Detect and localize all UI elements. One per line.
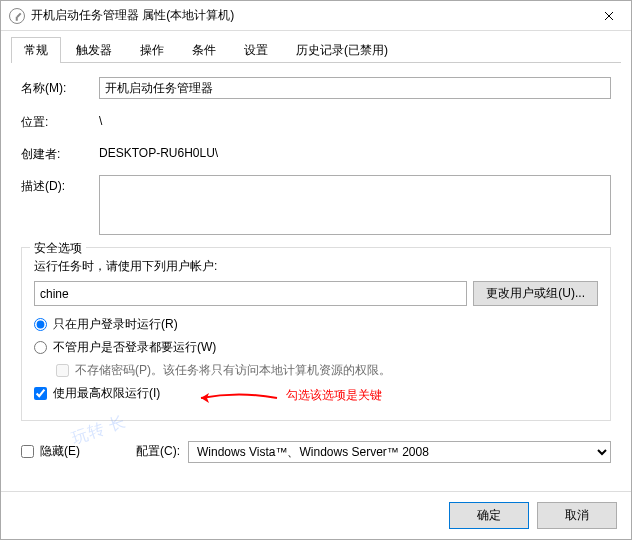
tab-history[interactable]: 历史记录(已禁用)	[283, 37, 401, 63]
location-value: \	[99, 111, 102, 128]
tab-conditions[interactable]: 条件	[179, 37, 229, 63]
creator-label: 创建者:	[21, 143, 99, 163]
titlebar: 开机启动任务管理器 属性(本地计算机)	[1, 1, 631, 31]
location-label: 位置:	[21, 111, 99, 131]
tab-bar: 常规 触发器 操作 条件 设置 历史记录(已禁用)	[1, 31, 631, 63]
tab-triggers[interactable]: 触发器	[63, 37, 125, 63]
tab-general[interactable]: 常规	[11, 37, 61, 63]
radio-any[interactable]	[34, 341, 47, 354]
arrow-icon	[189, 389, 279, 407]
tab-settings[interactable]: 设置	[231, 37, 281, 63]
config-label: 配置(C):	[136, 443, 180, 460]
ok-button[interactable]: 确定	[449, 502, 529, 529]
description-input[interactable]	[99, 175, 611, 235]
name-input[interactable]	[99, 77, 611, 99]
close-icon	[604, 11, 614, 21]
content-pane: 名称(M): 位置: \ 创建者: DESKTOP-RU6H0LU\ 描述(D)…	[1, 63, 631, 491]
config-select[interactable]: Windows Vista™、Windows Server™ 2008	[188, 441, 611, 463]
radio-any-label: 不管用户是否登录都要运行(W)	[53, 339, 216, 356]
no-store-pwd-label: 不存储密码(P)。该任务将只有访问本地计算机资源的权限。	[75, 362, 391, 379]
creator-value: DESKTOP-RU6H0LU\	[99, 143, 218, 160]
radio-any-row[interactable]: 不管用户是否登录都要运行(W)	[34, 339, 598, 356]
radio-logged-on-row[interactable]: 只在用户登录时运行(R)	[34, 316, 598, 333]
highest-priv-label: 使用最高权限运行(I)	[53, 385, 160, 402]
account-input[interactable]	[34, 281, 467, 306]
account-hint: 运行任务时，请使用下列用户帐户:	[34, 258, 598, 275]
dialog-footer: 确定 取消	[1, 491, 631, 539]
name-label: 名称(M):	[21, 77, 99, 97]
hidden-row[interactable]: 隐藏(E)	[21, 443, 80, 460]
hidden-checkbox[interactable]	[21, 445, 34, 458]
window-title: 开机启动任务管理器 属性(本地计算机)	[31, 7, 586, 24]
clock-icon	[9, 8, 25, 24]
highest-priv-checkbox[interactable]	[34, 387, 47, 400]
highest-priv-row[interactable]: 使用最高权限运行(I) 勾选该选项是关键	[34, 385, 598, 402]
properties-dialog: 开机启动任务管理器 属性(本地计算机) 常规 触发器 操作 条件 设置 历史记录…	[0, 0, 632, 540]
no-store-pwd-row: 不存储密码(P)。该任务将只有访问本地计算机资源的权限。	[56, 362, 598, 379]
change-user-button[interactable]: 更改用户或组(U)...	[473, 281, 598, 306]
radio-logged-on-label: 只在用户登录时运行(R)	[53, 316, 178, 333]
radio-logged-on[interactable]	[34, 318, 47, 331]
tab-actions[interactable]: 操作	[127, 37, 177, 63]
annotation-text: 勾选该选项是关键	[286, 387, 382, 404]
cancel-button[interactable]: 取消	[537, 502, 617, 529]
description-label: 描述(D):	[21, 175, 99, 195]
security-options-group: 安全选项 运行任务时，请使用下列用户帐户: 更改用户或组(U)... 只在用户登…	[21, 247, 611, 421]
close-button[interactable]	[586, 1, 631, 30]
security-legend: 安全选项	[30, 240, 86, 257]
hidden-label: 隐藏(E)	[40, 443, 80, 460]
no-store-pwd-checkbox	[56, 364, 69, 377]
